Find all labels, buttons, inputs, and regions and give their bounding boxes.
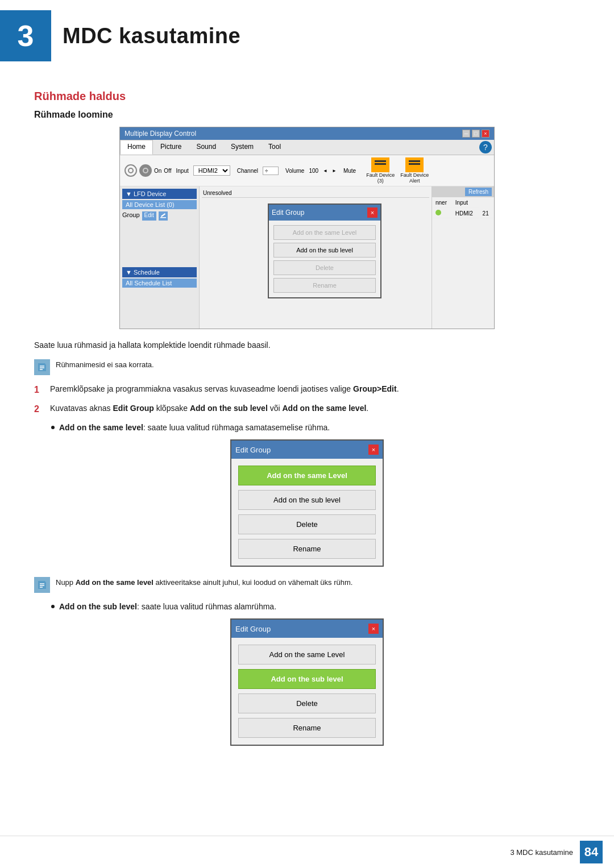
section-title: Rühmade haldus — [34, 90, 580, 103]
add-sub-level-btn-2[interactable]: Add on the sub level — [238, 669, 376, 689]
edit-group-label-2: Edit Group — [235, 625, 271, 633]
edit-group-dialog-1: Edit Group × Add on the same Level Add o… — [230, 439, 384, 567]
titlebar-buttons: ─ □ × — [462, 130, 489, 138]
add-sub-level-btn-small[interactable]: Add on the sub level — [273, 243, 376, 258]
power-on-icon[interactable] — [125, 164, 137, 177]
edit-group-title-2: Edit Group × — [231, 620, 383, 638]
right-header: Refresh — [432, 186, 494, 197]
chapter-title: MDC kasutamine — [63, 24, 240, 48]
col-input: Input — [453, 198, 479, 207]
edit-group-title-1: Edit Group × — [231, 441, 383, 459]
refresh-button[interactable]: Refresh — [465, 188, 492, 196]
close-btn[interactable]: × — [482, 130, 489, 138]
group-label: Group — [122, 211, 140, 221]
note-box-1: Rühmanimesid ei saa korrata. — [34, 359, 580, 375]
edit-group-close-small[interactable]: × — [367, 207, 377, 218]
bullet-dot-2 — [51, 605, 55, 608]
mdc-menubar: Home Picture Sound System Tool ? — [120, 140, 494, 155]
menu-home[interactable]: Home — [120, 140, 153, 155]
indicator-cell — [433, 209, 452, 218]
note-icon-2 — [34, 577, 50, 593]
input-cell: HDMI2 — [453, 209, 479, 218]
step-2-num: 2 — [34, 402, 43, 416]
mdc-content: Unresolved Edit Group × Add on the same … — [200, 186, 432, 329]
step-1: 1 Paremklõpsake ja programmiakna vasakus… — [34, 383, 580, 397]
edit-group-title-small: Edit Group × — [269, 205, 380, 221]
bullet-text-2: Add on the sub level: saate luua valitud… — [59, 601, 276, 613]
lfd-device-section: ▼ LFD Device — [122, 189, 197, 199]
menu-tool[interactable]: Tool — [261, 140, 288, 155]
menu-picture[interactable]: Picture — [153, 140, 189, 155]
edit-group-body-1: Add on the same Level Add on the sub lev… — [231, 459, 383, 566]
number-cell: 21 — [480, 209, 493, 218]
minimize-btn[interactable]: ─ — [462, 130, 470, 138]
bullet-text-1: Add on the same level: saate luua valitu… — [59, 422, 330, 434]
power-icons: On Off — [125, 164, 172, 177]
rename-btn-2[interactable]: Rename — [238, 718, 376, 738]
chapter-number: 3 — [18, 19, 34, 53]
input-select[interactable]: HDMI2 — [193, 165, 230, 176]
step-1-text: Paremklõpsake ja programmiakna vasakus s… — [50, 383, 399, 395]
mdc-toolbar: On Off Input HDMI2 Channel Volume 100 ◄ … — [120, 155, 494, 186]
subsection-title: Rühmade loomine — [34, 110, 580, 120]
fault-device-alert-icon: Fault Device Alert — [400, 157, 429, 184]
edit-group-close-1[interactable]: × — [368, 445, 379, 455]
footer-text: 3 MDC kasutamine — [510, 848, 573, 857]
add-same-level-btn-small[interactable]: Add on the same Level — [273, 225, 376, 240]
mdc-window-title: Multiple Display Control — [125, 130, 196, 138]
channel-label: Channel — [237, 168, 258, 174]
add-sub-level-btn-1[interactable]: Add on the sub level — [238, 490, 376, 510]
edit-button[interactable]: Edit — [142, 211, 156, 221]
step-2: 2 Kuvatavas aknas Edit Group klõpsake Ad… — [34, 402, 580, 416]
edit-group-body-2: Add on the same Level Add on the sub lev… — [231, 638, 383, 745]
edit-group-close-2[interactable]: × — [368, 624, 379, 634]
note-text-2: Nupp Add on the same level aktiveeritaks… — [56, 577, 352, 588]
col-nner: nner — [433, 198, 452, 207]
numbered-list: 1 Paremklõpsake ja programmiakna vasakus… — [34, 383, 580, 416]
input-label: Input — [176, 168, 189, 174]
power-off-icon[interactable] — [139, 164, 152, 177]
add-same-level-btn-1[interactable]: Add on the same Level — [238, 466, 376, 485]
bullet-item-2: Add on the sub level: saate luua valitud… — [51, 601, 580, 613]
delete-btn-1[interactable]: Delete — [238, 514, 376, 534]
delete-btn-2[interactable]: Delete — [238, 693, 376, 713]
mute-label: Mute — [343, 168, 356, 174]
edit-group-label-1: Edit Group — [235, 446, 271, 454]
bullet-list-2: Add on the sub level: saate luua valitud… — [51, 601, 580, 613]
page-footer: 3 MDC kasutamine 84 — [0, 836, 614, 868]
page-number: 84 — [580, 841, 603, 863]
all-schedule-list[interactable]: All Schedule List — [122, 279, 197, 288]
bullet-dot-1 — [51, 426, 55, 429]
help-icon[interactable]: ? — [479, 141, 492, 153]
menu-system[interactable]: System — [223, 140, 261, 155]
edit-group-dialog-2: Edit Group × Add on the same Level Add o… — [230, 618, 384, 746]
volume-label: Volume — [285, 168, 304, 174]
delete-btn-small[interactable]: Delete — [273, 260, 376, 275]
bullet-item-1: Add on the same level: saate luua valitu… — [51, 422, 580, 434]
edit-icon[interactable] — [159, 211, 168, 221]
group-edit-row: Group Edit — [122, 210, 197, 222]
off-label: Off — [164, 168, 171, 174]
content-area: Rühmade haldus Rühmade loomine Multiple … — [0, 67, 614, 779]
mdc-titlebar: Multiple Display Control ─ □ × — [120, 127, 494, 140]
fault-device-icon: Fault Device (3) — [366, 157, 395, 184]
rename-btn-small[interactable]: Rename — [273, 278, 376, 293]
step-1-num: 1 — [34, 383, 43, 397]
menu-sound[interactable]: Sound — [189, 140, 223, 155]
add-same-level-btn-2[interactable]: Add on the same Level — [238, 645, 376, 665]
menubar-spacer — [288, 140, 477, 155]
device-icons-row: Fault Device (3) Fault Device Alert — [366, 157, 429, 184]
channel-input[interactable] — [263, 167, 279, 175]
volume-arrow-right[interactable]: ► — [332, 168, 337, 173]
edit-group-dialog-small: Edit Group × Add on the same Level Add o… — [268, 203, 381, 298]
sidebar-empty-space — [122, 222, 197, 267]
col-unresolved: Unresolved — [203, 190, 237, 196]
edit-group-label-small: Edit Group — [272, 209, 304, 217]
mdc-window: Multiple Display Control ─ □ × Home Pict… — [119, 127, 495, 329]
volume-arrow-left[interactable]: ◄ — [323, 168, 327, 173]
rename-btn-1[interactable]: Rename — [238, 539, 376, 559]
all-device-list[interactable]: All Device List (0) — [122, 200, 197, 209]
svg-rect-5 — [160, 217, 166, 218]
maximize-btn[interactable]: □ — [472, 130, 480, 138]
edit-group-body-small: Add on the same Level Add on the sub lev… — [269, 221, 380, 297]
